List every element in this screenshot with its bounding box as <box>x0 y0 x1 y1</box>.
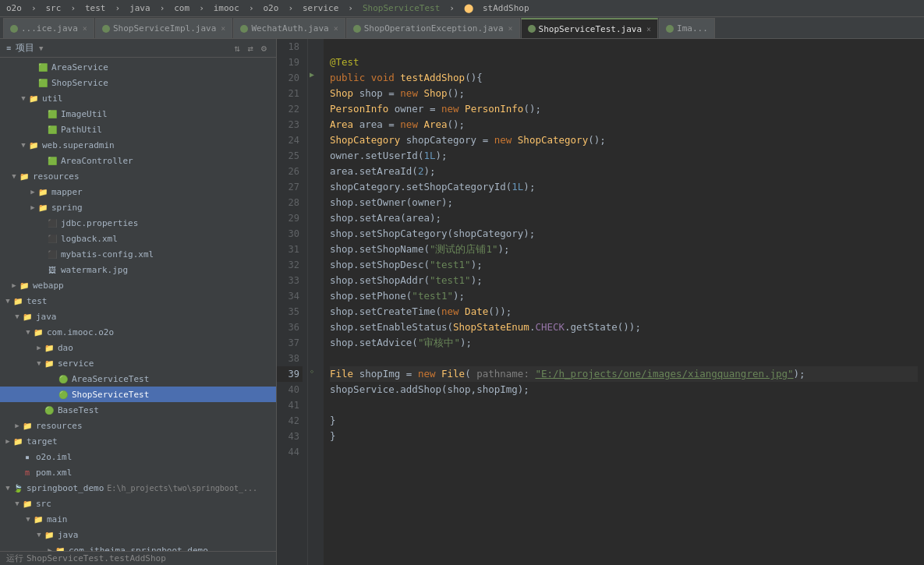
tree-item-main-springboot[interactable]: ▼ 📁 main <box>0 511 276 527</box>
code-text: shop.setAdvice( <box>330 337 418 348</box>
toolbar-btn-2[interactable]: ⇄ <box>248 43 253 54</box>
tree-item-areaservice[interactable]: 🟩 AreaService <box>0 59 276 75</box>
tree-item-basetest[interactable]: 🟢 BaseTest <box>0 402 276 418</box>
tree-item-areacontroller[interactable]: 🟩 AreaController <box>0 153 276 168</box>
tree-item-springbootdemo[interactable]: ▼ 🍃 springboot_demo E:\h_projects\two\sp… <box>0 480 276 496</box>
tree-item-webapp[interactable]: ▶ 📁 webapp <box>0 277 276 293</box>
tab-shopoperationexception[interactable]: ShopOperationException.java × <box>346 18 520 38</box>
code-text: getState() <box>571 321 629 333</box>
tree-item-shopservicetest[interactable]: 🟢 ShopServiceTest <box>0 387 276 402</box>
tree-label: spring <box>51 203 83 213</box>
tree-label: util <box>42 94 63 104</box>
tree-item-dao-test[interactable]: ▶ 📁 dao <box>0 340 276 355</box>
tree-item-shopservice[interactable]: 🟩 ShopService <box>0 75 276 90</box>
tab-close-4[interactable]: × <box>508 24 513 33</box>
punc: ); <box>629 321 641 333</box>
tab-close-5[interactable]: × <box>646 25 651 34</box>
tab-wechatauth[interactable]: WechatAuth.java × <box>233 18 345 38</box>
tab-close-2[interactable]: × <box>221 24 225 33</box>
menu-java[interactable]: java <box>129 3 150 13</box>
tree-item-mybatis[interactable]: ⬛ mybatis-config.xml <box>0 246 276 262</box>
tab-ima[interactable]: Ima... <box>659 18 715 38</box>
tree-label: resources <box>36 421 83 431</box>
class-name: ShopCategory <box>518 134 588 146</box>
tree-item-comitheima[interactable]: ▶ 📁 com.itheima.springboot.demo <box>0 542 276 551</box>
sidebar-collapse-icon[interactable]: ≡ <box>6 44 11 52</box>
tree-item-java-springboot[interactable]: ▼ 📁 java <box>0 527 276 542</box>
tree-item-pathutil[interactable]: 🟩 PathUtil <box>0 122 276 137</box>
tree-label: ShopServiceTest <box>72 390 149 400</box>
tab-icon-6 <box>666 25 674 33</box>
tree-item-areaservicetest[interactable]: 🟢 AreaServiceTest <box>0 371 276 387</box>
tree-item-o2oiml[interactable]: ▪ o2o.iml <box>0 449 276 464</box>
tree-item-websuperadmin[interactable]: ▼ 📁 web.superadmin <box>0 137 276 153</box>
folder-icon: 📁 <box>33 327 44 337</box>
sidebar-bottom: 运行 ShopServiceTest.testAddShop <box>0 551 276 565</box>
class-name: File <box>330 368 353 380</box>
code-text: shop.setArea(area); <box>330 212 441 224</box>
ln-35: 35 <box>277 304 303 320</box>
ln-18: 18 <box>277 39 303 55</box>
tab-close-3[interactable]: × <box>334 24 338 33</box>
ln-30: 30 <box>277 226 303 242</box>
menu-class[interactable]: ShopServiceTest <box>363 3 440 13</box>
menu-test[interactable]: test <box>85 3 106 13</box>
class-name: ShopStateEnum <box>453 321 529 333</box>
tree-label: dao <box>58 343 73 353</box>
sep9: › <box>449 3 455 13</box>
tab-close-1[interactable]: × <box>83 24 87 33</box>
menu-com[interactable]: com <box>174 3 189 13</box>
tree-item-watermark[interactable]: 🖼 watermark.jpg <box>0 262 276 277</box>
code-line-21: Shop shop = new Shop(); <box>330 86 918 101</box>
menu-src[interactable]: src <box>46 3 62 13</box>
tree-arrow: ▶ <box>34 344 44 351</box>
code-line-35: shop.setCreateTime(new Date()); <box>330 304 918 320</box>
menu-imooc[interactable]: imooc <box>214 3 239 13</box>
tab-icon-2 <box>102 25 110 33</box>
java-icon: 🟩 <box>47 155 58 166</box>
tree-item-util[interactable]: ▼ 📁 util <box>0 90 276 106</box>
code-line-24: ShopCategory shopCategory = new ShopCate… <box>330 132 918 148</box>
code-editor[interactable]: @Test public void testAddShop(){ Shop sh… <box>324 39 924 565</box>
tree-item-target[interactable]: ▶ 📁 target <box>0 433 276 449</box>
folder-icon: 📁 <box>12 295 23 306</box>
run-annotation[interactable]: ▶ <box>310 70 314 79</box>
tree-item-service-test[interactable]: ▼ 📁 service <box>0 355 276 371</box>
tree-label: jdbc.properties <box>61 218 138 228</box>
tab-ice-java[interactable]: ...ice.java × <box>3 18 94 38</box>
tree-item-logback[interactable]: ⬛ logback.xml <box>0 231 276 246</box>
tab-label-1: ...ice.java <box>21 23 78 34</box>
tab-shopserviceimpl[interactable]: ShopServiceImpl.java × <box>95 18 232 38</box>
tree-item-comimooco2o-test[interactable]: ▼ 📁 com.imooc.o2o <box>0 324 276 340</box>
tree-label: main <box>47 514 68 524</box>
annotation: @Test <box>330 56 359 68</box>
toolbar-btn-3[interactable]: ⚙ <box>261 43 267 54</box>
toolbar-btn-1[interactable]: ⇅ <box>234 43 239 54</box>
folder-icon: 📁 <box>19 280 30 291</box>
tree-item-mapper[interactable]: ▶ 📁 mapper <box>0 184 276 200</box>
menu-o2o[interactable]: o2o <box>6 3 22 13</box>
tree-item-spring[interactable]: ▶ 📁 spring <box>0 200 276 215</box>
menu-service[interactable]: service <box>303 3 338 13</box>
string: "test1" <box>430 259 471 270</box>
tree-arrow: ▶ <box>28 188 37 196</box>
tree-label: ImageUtil <box>61 109 108 119</box>
ln-36: 36 <box>277 320 303 335</box>
folder-icon: 📁 <box>44 529 55 540</box>
tree-label: o2o.iml <box>36 452 72 462</box>
punc: ); <box>453 290 465 302</box>
tree-item-jdbc[interactable]: ⬛ jdbc.properties <box>0 215 276 231</box>
menu-o2o2[interactable]: o2o <box>264 3 279 13</box>
tree-item-src-springboot[interactable]: ▼ 📁 src <box>0 496 276 511</box>
ln-20: 20 <box>277 70 303 86</box>
folder-icon: 📁 <box>44 342 55 353</box>
tree-item-java-test[interactable]: ▼ 📁 java <box>0 309 276 324</box>
sidebar-dropdown[interactable]: ▼ <box>39 44 43 52</box>
tree-item-pom[interactable]: m pom.xml <box>0 464 276 480</box>
tree-item-resources-test[interactable]: ▶ 📁 resources <box>0 418 276 433</box>
tab-shopservicetest[interactable]: ShopServiceTest.java × <box>521 18 658 38</box>
tree-item-imageutil[interactable]: 🟩 ImageUtil <box>0 106 276 122</box>
tree-item-test[interactable]: ▼ 📁 test <box>0 293 276 309</box>
code-text: shopImg = <box>353 368 418 380</box>
tree-item-resources1[interactable]: ▼ 📁 resources <box>0 168 276 184</box>
